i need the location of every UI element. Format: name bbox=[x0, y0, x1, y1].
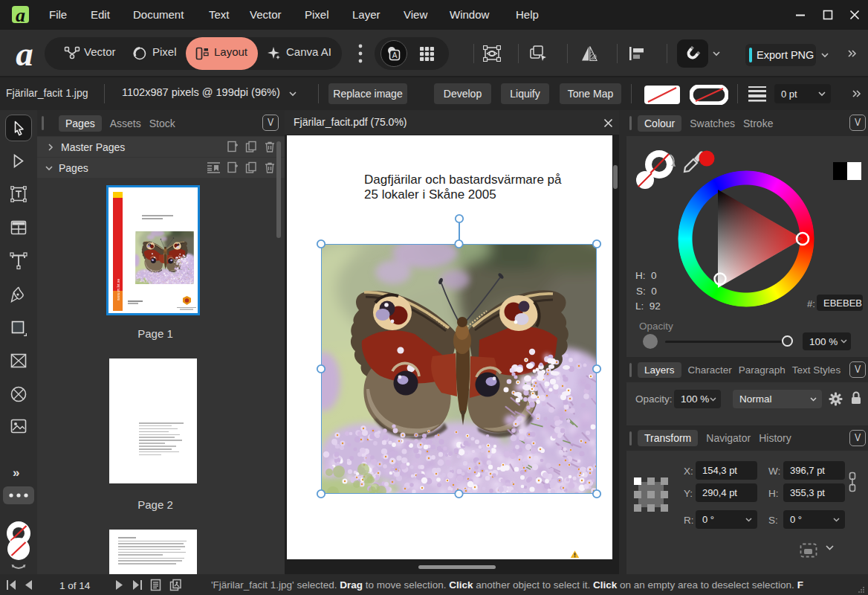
svg-text:A: A bbox=[392, 51, 398, 60]
